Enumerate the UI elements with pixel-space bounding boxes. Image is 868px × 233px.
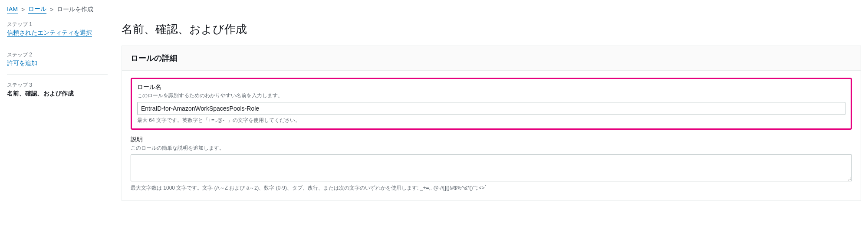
breadcrumb-current: ロールを作成	[57, 6, 93, 13]
wizard-step-2: ステップ 2 許可を追加	[7, 51, 108, 75]
panel-body: ロール名 このロールを識別するためのわかりやすい名前を入力します。 最大 64 …	[122, 71, 861, 200]
main-content: 名前、確認、および作成 ロールの詳細 ロール名 このロールを識別するためのわかり…	[122, 21, 861, 201]
chevron-right-icon: >	[50, 6, 53, 13]
role-name-highlight: ロール名 このロールを識別するためのわかりやすい名前を入力します。 最大 64 …	[131, 78, 852, 130]
breadcrumb-roles[interactable]: ロール	[28, 5, 46, 14]
role-name-hint: このロールを識別するためのわかりやすい名前を入力します。	[137, 92, 845, 99]
step-number-label: ステップ 3	[7, 82, 108, 89]
step-number-label: ステップ 1	[7, 21, 108, 28]
role-name-label: ロール名	[137, 83, 845, 91]
panel-header: ロールの詳細	[122, 46, 861, 71]
description-field-group: 説明 このロールの簡単な説明を追加します。 最大文字数は 1000 文字です。文…	[131, 136, 852, 192]
wizard-steps-sidebar: ステップ 1 信頼されたエンティティを選択 ステップ 2 許可を追加 ステップ …	[7, 21, 108, 201]
step-active-name-review: 名前、確認、および作成	[7, 90, 108, 98]
wizard-step-3: ステップ 3 名前、確認、および作成	[7, 82, 108, 105]
panel-title: ロールの詳細	[131, 53, 852, 63]
step-link-trusted-entity[interactable]: 信頼されたエンティティを選択	[7, 29, 92, 37]
description-textarea[interactable]	[131, 154, 852, 181]
chevron-right-icon: >	[21, 6, 25, 13]
role-name-field-group: ロール名 このロールを識別するためのわかりやすい名前を入力します。 最大 64 …	[137, 83, 845, 124]
description-constraint: 最大文字数は 1000 文字です。文字 (A～Z および a～z)、数字 (0-…	[131, 184, 852, 192]
breadcrumb-iam[interactable]: IAM	[7, 6, 18, 13]
role-name-constraint: 最大 64 文字です。英数字と「+=,.@-_」の文字を使用してください。	[137, 117, 845, 124]
step-link-permissions[interactable]: 許可を追加	[7, 59, 37, 67]
role-details-panel: ロールの詳細 ロール名 このロールを識別するためのわかりやすい名前を入力します。…	[122, 46, 861, 201]
role-name-input[interactable]	[137, 102, 845, 115]
description-label: 説明	[131, 136, 852, 144]
wizard-step-1: ステップ 1 信頼されたエンティティを選択	[7, 21, 108, 44]
step-number-label: ステップ 2	[7, 51, 108, 59]
description-hint: このロールの簡単な説明を追加します。	[131, 144, 852, 152]
breadcrumb: IAM > ロール > ロールを作成	[7, 5, 861, 14]
page-title: 名前、確認、および作成	[122, 21, 861, 37]
